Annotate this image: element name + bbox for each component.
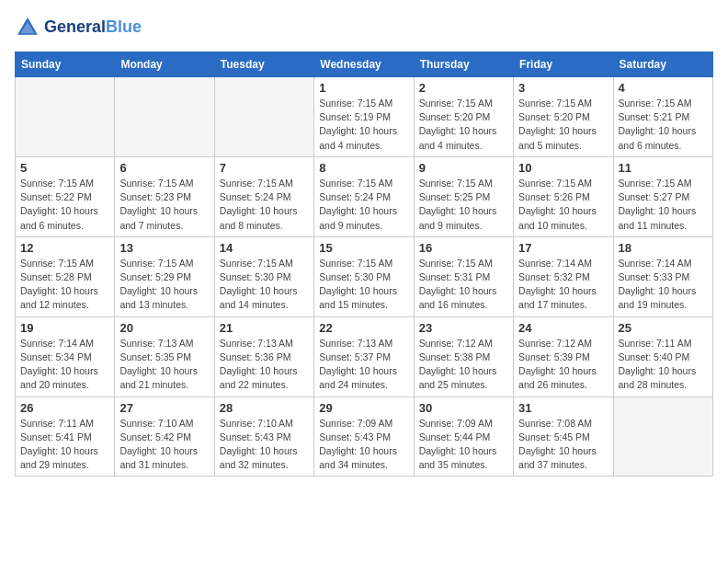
- calendar-week-row: 19Sunrise: 7:14 AMSunset: 5:34 PMDayligh…: [16, 316, 713, 396]
- calendar-day-cell: 22Sunrise: 7:13 AMSunset: 5:37 PMDayligh…: [314, 316, 414, 396]
- calendar-day-cell: 9Sunrise: 7:15 AMSunset: 5:25 PMDaylight…: [414, 156, 513, 236]
- day-info: Sunrise: 7:15 AMSunset: 5:25 PMDaylight:…: [419, 177, 508, 233]
- calendar-day-header: Sunday: [16, 52, 115, 77]
- calendar-week-row: 26Sunrise: 7:11 AMSunset: 5:41 PMDayligh…: [16, 396, 713, 477]
- calendar-day-cell: 30Sunrise: 7:09 AMSunset: 5:44 PMDayligh…: [414, 396, 513, 477]
- day-info: Sunrise: 7:15 AMSunset: 5:19 PMDaylight:…: [319, 97, 408, 153]
- day-number: 19: [20, 321, 109, 335]
- day-info: Sunrise: 7:14 AMSunset: 5:32 PMDaylight:…: [518, 257, 608, 313]
- day-number: 24: [518, 321, 608, 335]
- calendar-day-cell: 11Sunrise: 7:15 AMSunset: 5:27 PMDayligh…: [613, 156, 712, 236]
- calendar-day-header: Monday: [115, 52, 214, 77]
- day-info: Sunrise: 7:15 AMSunset: 5:21 PMDaylight:…: [619, 97, 708, 153]
- day-number: 27: [119, 401, 209, 415]
- day-number: 10: [518, 161, 608, 175]
- calendar-day-cell: 5Sunrise: 7:15 AMSunset: 5:22 PMDaylight…: [16, 156, 115, 236]
- calendar-header-row: SundayMondayTuesdayWednesdayThursdayFrid…: [16, 52, 713, 77]
- day-info: Sunrise: 7:15 AMSunset: 5:28 PMDaylight:…: [20, 257, 109, 313]
- calendar-day-cell: 8Sunrise: 7:15 AMSunset: 5:24 PMDaylight…: [314, 156, 414, 236]
- day-number: 8: [319, 161, 408, 175]
- day-info: Sunrise: 7:15 AMSunset: 5:30 PMDaylight:…: [319, 257, 408, 313]
- calendar-day-cell: 3Sunrise: 7:15 AMSunset: 5:20 PMDaylight…: [514, 77, 613, 157]
- day-number: 3: [518, 81, 608, 95]
- day-number: 16: [419, 241, 508, 255]
- day-number: 26: [20, 401, 109, 415]
- day-number: 6: [119, 161, 209, 175]
- day-number: 29: [319, 401, 408, 415]
- calendar-day-cell: 1Sunrise: 7:15 AMSunset: 5:19 PMDaylight…: [314, 77, 414, 157]
- day-number: 17: [518, 241, 608, 255]
- day-info: Sunrise: 7:15 AMSunset: 5:20 PMDaylight:…: [518, 97, 608, 153]
- day-number: 9: [419, 161, 508, 175]
- day-info: Sunrise: 7:14 AMSunset: 5:33 PMDaylight:…: [619, 257, 708, 313]
- calendar-day-cell: 31Sunrise: 7:08 AMSunset: 5:45 PMDayligh…: [514, 396, 613, 477]
- day-info: Sunrise: 7:10 AMSunset: 5:42 PMDaylight:…: [119, 417, 209, 473]
- day-number: 28: [220, 401, 309, 415]
- calendar-day-header: Tuesday: [214, 52, 313, 77]
- logo-text: GeneralBlue: [44, 18, 142, 37]
- day-number: 1: [319, 81, 408, 95]
- calendar-day-cell: [613, 396, 712, 477]
- day-number: 30: [419, 401, 508, 415]
- day-info: Sunrise: 7:08 AMSunset: 5:45 PMDaylight:…: [518, 417, 608, 473]
- calendar-day-cell: [214, 77, 313, 157]
- page-header: GeneralBlue: [15, 15, 713, 40]
- day-info: Sunrise: 7:10 AMSunset: 5:43 PMDaylight:…: [220, 417, 309, 473]
- day-number: 31: [518, 401, 608, 415]
- day-info: Sunrise: 7:12 AMSunset: 5:39 PMDaylight:…: [518, 337, 608, 393]
- calendar-day-cell: 28Sunrise: 7:10 AMSunset: 5:43 PMDayligh…: [214, 396, 313, 477]
- day-info: Sunrise: 7:15 AMSunset: 5:31 PMDaylight:…: [419, 257, 508, 313]
- calendar-day-cell: 4Sunrise: 7:15 AMSunset: 5:21 PMDaylight…: [613, 77, 712, 157]
- day-info: Sunrise: 7:13 AMSunset: 5:36 PMDaylight:…: [220, 337, 309, 393]
- calendar-day-cell: 2Sunrise: 7:15 AMSunset: 5:20 PMDaylight…: [414, 77, 513, 157]
- day-number: 22: [319, 321, 408, 335]
- day-info: Sunrise: 7:13 AMSunset: 5:37 PMDaylight:…: [319, 337, 408, 393]
- calendar-day-cell: 27Sunrise: 7:10 AMSunset: 5:42 PMDayligh…: [115, 396, 214, 477]
- day-number: 4: [619, 81, 708, 95]
- day-number: 14: [220, 241, 309, 255]
- calendar-day-cell: 16Sunrise: 7:15 AMSunset: 5:31 PMDayligh…: [414, 236, 513, 316]
- day-info: Sunrise: 7:11 AMSunset: 5:40 PMDaylight:…: [619, 337, 708, 393]
- day-info: Sunrise: 7:15 AMSunset: 5:20 PMDaylight:…: [419, 97, 508, 153]
- calendar-day-cell: 10Sunrise: 7:15 AMSunset: 5:26 PMDayligh…: [514, 156, 613, 236]
- calendar-day-cell: 15Sunrise: 7:15 AMSunset: 5:30 PMDayligh…: [314, 236, 414, 316]
- calendar-day-cell: [115, 77, 214, 157]
- day-info: Sunrise: 7:15 AMSunset: 5:27 PMDaylight:…: [619, 177, 708, 233]
- calendar-day-cell: 21Sunrise: 7:13 AMSunset: 5:36 PMDayligh…: [214, 316, 313, 396]
- day-info: Sunrise: 7:09 AMSunset: 5:43 PMDaylight:…: [319, 417, 408, 473]
- calendar-week-row: 12Sunrise: 7:15 AMSunset: 5:28 PMDayligh…: [16, 236, 713, 316]
- calendar-day-cell: 24Sunrise: 7:12 AMSunset: 5:39 PMDayligh…: [514, 316, 613, 396]
- calendar-day-cell: 6Sunrise: 7:15 AMSunset: 5:23 PMDaylight…: [115, 156, 214, 236]
- calendar-day-header: Saturday: [613, 52, 712, 77]
- calendar-day-cell: 18Sunrise: 7:14 AMSunset: 5:33 PMDayligh…: [613, 236, 712, 316]
- day-info: Sunrise: 7:15 AMSunset: 5:24 PMDaylight:…: [220, 177, 309, 233]
- day-number: 2: [419, 81, 508, 95]
- calendar-day-cell: 19Sunrise: 7:14 AMSunset: 5:34 PMDayligh…: [16, 316, 115, 396]
- calendar-week-row: 1Sunrise: 7:15 AMSunset: 5:19 PMDaylight…: [16, 77, 713, 157]
- calendar-day-cell: 13Sunrise: 7:15 AMSunset: 5:29 PMDayligh…: [115, 236, 214, 316]
- day-info: Sunrise: 7:13 AMSunset: 5:35 PMDaylight:…: [119, 337, 209, 393]
- calendar-day-header: Thursday: [414, 52, 513, 77]
- calendar-day-header: Wednesday: [314, 52, 414, 77]
- calendar-day-cell: 7Sunrise: 7:15 AMSunset: 5:24 PMDaylight…: [214, 156, 313, 236]
- calendar-day-header: Friday: [514, 52, 613, 77]
- day-info: Sunrise: 7:09 AMSunset: 5:44 PMDaylight:…: [419, 417, 508, 473]
- day-info: Sunrise: 7:12 AMSunset: 5:38 PMDaylight:…: [419, 337, 508, 393]
- day-number: 20: [119, 321, 209, 335]
- day-info: Sunrise: 7:15 AMSunset: 5:26 PMDaylight:…: [518, 177, 608, 233]
- day-info: Sunrise: 7:15 AMSunset: 5:24 PMDaylight:…: [319, 177, 408, 233]
- day-number: 25: [619, 321, 708, 335]
- day-number: 23: [419, 321, 508, 335]
- calendar-day-cell: 17Sunrise: 7:14 AMSunset: 5:32 PMDayligh…: [514, 236, 613, 316]
- day-number: 15: [319, 241, 408, 255]
- day-number: 5: [20, 161, 109, 175]
- day-info: Sunrise: 7:15 AMSunset: 5:29 PMDaylight:…: [119, 257, 209, 313]
- day-info: Sunrise: 7:15 AMSunset: 5:22 PMDaylight:…: [20, 177, 109, 233]
- day-number: 11: [619, 161, 708, 175]
- day-info: Sunrise: 7:15 AMSunset: 5:23 PMDaylight:…: [119, 177, 209, 233]
- calendar-day-cell: 29Sunrise: 7:09 AMSunset: 5:43 PMDayligh…: [314, 396, 414, 477]
- day-number: 13: [119, 241, 209, 255]
- calendar-day-cell: 26Sunrise: 7:11 AMSunset: 5:41 PMDayligh…: [16, 396, 115, 477]
- day-info: Sunrise: 7:11 AMSunset: 5:41 PMDaylight:…: [20, 417, 109, 473]
- logo: GeneralBlue: [15, 15, 142, 40]
